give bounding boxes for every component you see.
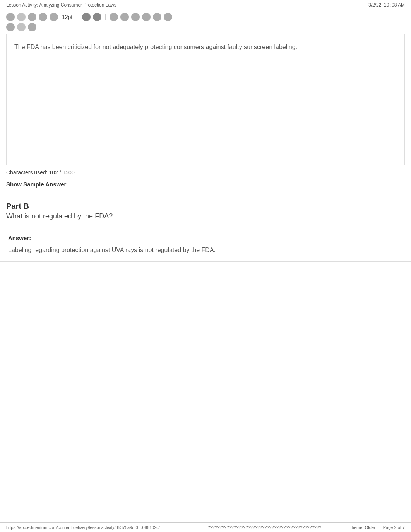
bold-icon[interactable] bbox=[6, 13, 15, 21]
part-b-title: Part B bbox=[6, 202, 405, 211]
header-bar: Lesson Activity: Analyzing Consumer Prot… bbox=[0, 0, 411, 10]
bullet-list-icon[interactable] bbox=[131, 13, 140, 21]
show-sample-answer-label: Show Sample Answer bbox=[6, 181, 66, 188]
answer-label: Answer: bbox=[8, 235, 403, 241]
chars-used: Characters used: 102 / 15000 bbox=[0, 165, 411, 179]
toolbar-sep-2 bbox=[105, 14, 106, 20]
indent-icon[interactable] bbox=[153, 13, 161, 21]
ordered-list-icon[interactable] bbox=[142, 13, 151, 21]
part-b-question: What is not regulated by the FDA? bbox=[6, 212, 405, 220]
text-editor[interactable]: The FDA has been criticized for not adeq… bbox=[6, 34, 405, 165]
underline-icon[interactable] bbox=[28, 13, 36, 21]
align-center-icon[interactable] bbox=[120, 13, 129, 21]
footer-bar: https://app.edmentum.com/content-deliver… bbox=[0, 522, 411, 532]
part-b-section: Part B What is not regulated by the FDA? bbox=[0, 194, 411, 220]
chars-used-label: Characters used: 102 / 15000 bbox=[6, 169, 77, 176]
font-size-display[interactable]: 12pt bbox=[62, 14, 72, 20]
align-left-icon[interactable] bbox=[110, 13, 118, 21]
clear-icon[interactable] bbox=[28, 23, 36, 31]
page-title: Lesson Activity: Analyzing Consumer Prot… bbox=[6, 2, 116, 8]
italic-icon[interactable] bbox=[17, 13, 26, 21]
footer-url: https://app.edmentum.com/content-deliver… bbox=[6, 525, 178, 530]
toolbar-row1: 12pt bbox=[6, 13, 405, 21]
datetime: 3/2/22, 10 :08 AM bbox=[368, 2, 405, 8]
footer-page: Page 2 of 7 bbox=[383, 525, 405, 530]
undo-icon[interactable] bbox=[6, 23, 15, 31]
toolbar: 12pt bbox=[0, 10, 411, 34]
redo-icon[interactable] bbox=[17, 23, 26, 31]
toolbar-row2 bbox=[6, 23, 405, 31]
show-sample-answer-button[interactable]: Show Sample Answer bbox=[0, 179, 411, 194]
strikethrough-icon[interactable] bbox=[39, 13, 47, 21]
toolbar-sep-1 bbox=[78, 14, 78, 20]
link-icon[interactable] bbox=[50, 13, 58, 21]
footer-theme: theme=Older bbox=[351, 525, 375, 530]
editor-content: The FDA has been criticized for not adeq… bbox=[14, 42, 397, 52]
answer-box: Answer: Labeling regarding protection ag… bbox=[0, 228, 411, 262]
outdent-icon[interactable] bbox=[164, 13, 172, 21]
answer-text: Labeling regarding protection against UV… bbox=[8, 245, 403, 255]
font-color-icon[interactable] bbox=[82, 13, 91, 21]
footer-middle: ????????????????????????????????????????… bbox=[178, 525, 351, 530]
highlight-icon[interactable] bbox=[93, 13, 101, 21]
